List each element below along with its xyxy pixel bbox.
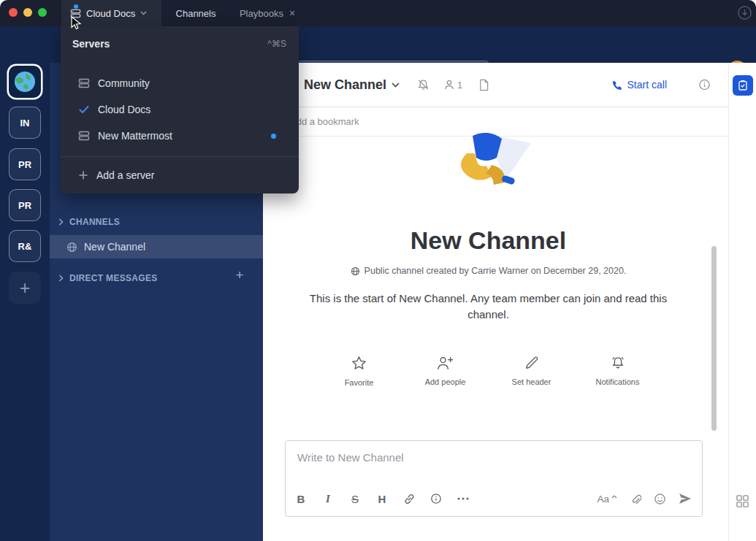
action-label: Favorite [345, 378, 374, 387]
info-circle-icon [430, 493, 442, 504]
team-initials: IN [20, 118, 30, 128]
intro-meta-row: Public channel created by Carrie Warner … [263, 266, 714, 276]
globe-icon [351, 266, 360, 276]
unread-dot [271, 134, 276, 139]
send-icon [679, 493, 692, 504]
channel-title[interactable]: New Channel [304, 77, 386, 93]
chevron-down-icon[interactable] [392, 83, 400, 88]
direct-messages-section-header[interactable]: DIRECT MESSAGES [58, 272, 251, 284]
more-formatting-button[interactable] [452, 488, 474, 510]
intro-meta-text: Public channel created by Carrie Warner … [364, 266, 627, 276]
main-content: New Channel 1 Start call Add [263, 63, 728, 541]
pencil-icon [524, 355, 540, 371]
emoji-button[interactable] [654, 493, 666, 505]
start-call-button[interactable]: Start call [611, 79, 667, 91]
channel-intro: New Channel Public channel created by Ca… [263, 133, 714, 387]
server-item-new-mattermost[interactable]: New Mattermost [61, 123, 299, 149]
star-icon [351, 355, 367, 372]
link-button[interactable] [398, 488, 420, 510]
composer-right-tools: Aa [597, 493, 695, 505]
intro-actions: Favorite Add people Set header Notificat… [263, 355, 714, 387]
channels-section-header[interactable]: CHANNELS [58, 216, 251, 228]
strikethrough-button[interactable]: S [344, 488, 366, 510]
channel-info-button[interactable] [698, 79, 711, 91]
sidebar-item-new-channel[interactable]: New Channel [50, 235, 263, 258]
info-icon [698, 79, 711, 91]
team-initials: PR [18, 159, 31, 170]
member-count: 1 [457, 80, 462, 91]
scrollbar[interactable] [711, 246, 717, 431]
heading-button[interactable]: H [371, 488, 393, 510]
check-icon [78, 104, 90, 115]
team-sidebar: IN PR PR R& + [0, 63, 50, 541]
send-button[interactable] [679, 493, 692, 504]
servers-dropdown-menu: Servers ^⌘S Community Cloud Docs New Mat… [61, 26, 299, 193]
italic-button[interactable]: I [317, 488, 339, 510]
text-format-toggle[interactable]: Aa [597, 494, 617, 504]
pinned-files-button[interactable] [478, 79, 489, 91]
channel-members-button[interactable]: 1 [443, 79, 462, 91]
add-direct-message-button[interactable]: + [232, 268, 247, 283]
tab-channels[interactable]: Channels [161, 0, 230, 26]
chevron-right-icon [58, 218, 64, 226]
menu-divider [61, 156, 299, 157]
add-bookmark-label[interactable]: Add a bookmark [290, 116, 359, 127]
team-item-pr-2[interactable]: PR [9, 189, 41, 221]
server-icon [78, 77, 90, 89]
add-server-label: Add a server [96, 169, 154, 181]
direct-messages-label: DIRECT MESSAGES [69, 273, 158, 283]
notifications-button[interactable]: Notifications [591, 355, 645, 387]
favorite-button[interactable]: Favorite [332, 355, 386, 387]
add-team-button[interactable]: + [9, 272, 41, 304]
globe-channel-icon [66, 242, 77, 253]
plus-icon: + [235, 267, 243, 283]
servers-menu-title: Servers [72, 38, 110, 50]
close-tab-icon[interactable]: × [289, 7, 295, 19]
maximize-window-button[interactable] [38, 8, 47, 17]
apps-grid-button[interactable] [736, 494, 750, 509]
tab-playbooks[interactable]: Playbooks × [230, 0, 305, 26]
paperclip-icon [630, 493, 641, 505]
team-item-in[interactable]: IN [9, 107, 41, 139]
team-item-globe-selected[interactable] [9, 66, 41, 98]
action-label: Notifications [596, 377, 640, 386]
bookmark-bar[interactable]: Add a bookmark [263, 107, 728, 137]
formatting-toolbar: B I S H Aa [290, 485, 695, 513]
close-window-button[interactable] [9, 8, 18, 17]
team-initials: R& [18, 241, 32, 252]
minimize-window-button[interactable] [23, 8, 32, 17]
download-update-button[interactable] [736, 4, 753, 21]
add-people-button[interactable]: Add people [419, 355, 473, 387]
action-label: Set header [512, 377, 551, 386]
titlebar: Cloud Docs Channels Playbooks × [0, 0, 756, 26]
server-label: New Mattermost [98, 130, 172, 142]
tab-server-cloud-docs[interactable]: Cloud Docs [61, 0, 161, 26]
message-input[interactable] [297, 451, 690, 464]
add-server-button[interactable]: Add a server [61, 161, 299, 190]
server-item-community[interactable]: Community [61, 70, 299, 96]
person-icon [443, 79, 455, 91]
set-header-button[interactable]: Set header [505, 355, 559, 387]
tab-label: Channels [176, 8, 216, 19]
servers-shortcut: ^⌘S [267, 39, 286, 49]
phone-icon [611, 80, 622, 91]
intro-description: This is the start of New Channel. Any te… [291, 291, 686, 323]
server-item-cloud-docs-selected[interactable]: Cloud Docs [61, 96, 299, 123]
chevron-up-icon [611, 495, 617, 499]
team-item-pr-1[interactable]: PR [9, 148, 41, 180]
apps-grid-icon [736, 494, 749, 508]
tab-label: Cloud Docs [86, 8, 135, 19]
team-item-r-and[interactable]: R& [9, 230, 41, 262]
server-label: Community [98, 77, 150, 89]
formatting-help-button[interactable] [425, 488, 447, 510]
bold-button[interactable]: B [290, 488, 312, 510]
attach-file-button[interactable] [630, 493, 641, 505]
message-composer: B I S H Aa [285, 440, 703, 517]
channel-header: New Channel 1 Start call [263, 63, 728, 107]
apps-rail [728, 63, 756, 541]
smiley-icon [654, 493, 666, 505]
playbooks-rail-button[interactable] [733, 75, 753, 96]
mute-channel-button[interactable] [417, 79, 429, 91]
unread-dot [74, 4, 78, 9]
server-label: Cloud Docs [98, 104, 150, 115]
